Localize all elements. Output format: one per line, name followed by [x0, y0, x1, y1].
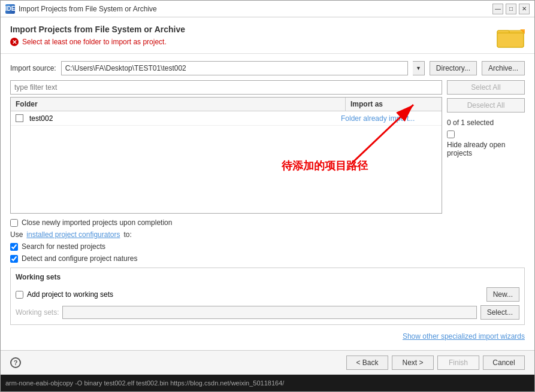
search-nested-checkbox[interactable] [10, 243, 18, 251]
next-button[interactable]: Next > [392, 355, 434, 370]
dialog-header: Import Projects from File System or Arch… [1, 17, 534, 54]
help-icon[interactable]: ? [10, 357, 21, 368]
table-container: Folder Import as test002 Folder already … [10, 97, 442, 214]
import-source-dropdown[interactable]: ▼ [413, 61, 425, 75]
content-area: Folder Import as test002 Folder already … [10, 80, 525, 214]
minimize-button[interactable]: — [492, 4, 503, 14]
table-header-folder: Folder [11, 98, 346, 111]
import-source-label: Import source: [10, 64, 56, 72]
warning-text: Select at least one folder to import as … [22, 38, 167, 46]
dialog-warning: ✕ Select at least one folder to import a… [10, 38, 489, 46]
taskbar-strip: arm-none-eabi-objcopy -O binary test002.… [1, 375, 534, 391]
detect-natures-label: Detect and configure project natures [22, 254, 137, 263]
archive-button[interactable]: Archive... [482, 61, 525, 75]
table-header: Folder Import as [11, 98, 442, 111]
search-nested-label: Search for nested projects [22, 242, 105, 251]
add-to-working-sets-label: Add project to working sets [27, 290, 113, 299]
select-all-button[interactable]: Select All [447, 80, 525, 95]
import-source-row: Import source: ▼ Directory... Archive... [10, 61, 525, 75]
close-imported-label: Close newly imported projects upon compl… [22, 218, 172, 227]
close-imported-checkbox[interactable] [10, 219, 18, 227]
table-body: test002 Folder already import... [11, 111, 442, 213]
title-bar: IDE Import Projects from File System or … [1, 1, 534, 17]
dialog-footer: ? < Back Next > Finish Cancel [1, 350, 534, 375]
use-configurators-row: Use installed project configurators to: [10, 230, 525, 239]
working-sets-title: Working sets [16, 273, 519, 281]
cancel-button[interactable]: Cancel [483, 355, 525, 370]
use-label: Use [10, 230, 23, 239]
hide-open-label: Hide already open projects [447, 141, 525, 157]
app-icon: IDE [5, 4, 15, 14]
close-imported-row: Close newly imported projects upon compl… [10, 218, 525, 227]
footer-left: ? [10, 357, 21, 368]
title-bar-left: IDE Import Projects from File System or … [5, 4, 157, 14]
use-suffix: to: [123, 230, 131, 239]
table-row-import: Folder already import... [341, 114, 437, 123]
working-sets-input-row: Working sets: Select... [16, 305, 519, 320]
working-sets-add-row: Add project to working sets New... [16, 287, 519, 302]
svg-rect-2 [497, 33, 524, 47]
directory-button[interactable]: Directory... [430, 61, 477, 75]
deselect-all-button[interactable]: Deselect All [447, 98, 525, 113]
back-button[interactable]: < Back [346, 355, 388, 370]
add-to-working-sets-checkbox[interactable] [16, 291, 23, 299]
dialog-title: Import Projects from File System or Arch… [10, 25, 489, 34]
table-row-checkbox[interactable] [16, 114, 23, 122]
table-row-folder-name: test002 [29, 114, 53, 123]
detect-natures-row: Detect and configure project natures [10, 254, 525, 263]
title-bar-title: Import Projects from File System or Arch… [19, 5, 157, 13]
new-working-set-button[interactable]: New... [486, 287, 519, 302]
bottom-link-row: Show other specialized import wizards [10, 330, 525, 343]
working-sets-section: Working sets Add project to working sets… [10, 268, 525, 325]
table-header-import-as: Import as [346, 98, 442, 111]
dialog-body: Import source: ▼ Directory... Archive...… [1, 54, 534, 350]
dialog-header-content: Import Projects from File System or Arch… [10, 25, 489, 46]
hide-check-row: Hide already open projects [447, 130, 525, 157]
import-source-input[interactable] [61, 61, 408, 75]
hide-open-checkbox[interactable] [447, 130, 455, 138]
main-window: IDE Import Projects from File System or … [0, 0, 535, 392]
filter-input[interactable] [10, 80, 442, 95]
close-button[interactable]: ✕ [519, 4, 530, 14]
table-row[interactable]: test002 Folder already import... [11, 111, 442, 126]
specialized-import-link[interactable]: Show other specialized import wizards [403, 332, 525, 341]
detect-natures-checkbox[interactable] [10, 255, 18, 263]
warning-icon: ✕ [10, 38, 19, 46]
search-nested-row: Search for nested projects [10, 242, 525, 251]
select-working-set-button[interactable]: Select... [480, 305, 519, 320]
selection-info: 0 of 1 selected [447, 118, 525, 127]
finish-button[interactable]: Finish [437, 355, 479, 370]
title-bar-controls: — □ ✕ [492, 4, 530, 14]
folder-icon-large [496, 25, 525, 48]
options-section: Close newly imported projects upon compl… [10, 218, 525, 263]
installed-configurators-link[interactable]: installed project configurators [26, 230, 120, 239]
maximize-button[interactable]: □ [506, 4, 516, 14]
table-row-name: test002 [16, 114, 341, 123]
working-sets-input[interactable] [62, 306, 476, 319]
right-panel: Select All Deselect All 0 of 1 selected … [447, 80, 525, 214]
footer-right: < Back Next > Finish Cancel [346, 355, 525, 370]
left-panel: Folder Import as test002 Folder already … [10, 80, 442, 214]
working-sets-label: Working sets: [16, 308, 59, 317]
taskbar-text: arm-none-eabi-objcopy -O binary test002.… [5, 379, 284, 387]
